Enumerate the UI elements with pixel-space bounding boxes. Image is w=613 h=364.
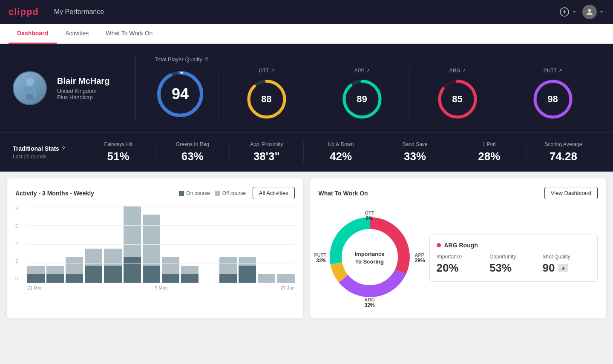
legend-on-course: On course <box>179 190 210 196</box>
traditional-stats: Traditional Stats ? Last 20 rounds Fairw… <box>0 132 613 172</box>
donut-center-text: ImportanceTo Scoring <box>354 250 384 266</box>
y-label-4: 4 <box>15 241 18 246</box>
app-label: APP 28% <box>414 252 425 264</box>
stat-sandsave: Sand Save 33% <box>378 141 452 163</box>
bar-group-7 <box>162 206 179 283</box>
svg-rect-6 <box>26 95 29 100</box>
trad-stats-label: Traditional Stats ? Last 20 rounds <box>13 145 81 160</box>
y-axis: 8 6 4 2 0 <box>15 206 18 283</box>
arg-arrow-icon: ↗ <box>462 68 466 73</box>
bar-top-2 <box>66 257 83 274</box>
bar-bot-6 <box>143 266 160 283</box>
svg-rect-7 <box>30 95 33 100</box>
gauge-ott: OTT ↗ 88 <box>219 68 314 120</box>
tab-what-to-work-on[interactable]: What To Work On <box>97 24 161 44</box>
bar-bot-7 <box>162 274 179 283</box>
putt-value: 98 <box>547 94 558 105</box>
bar-top-0 <box>27 266 45 274</box>
svg-point-3 <box>588 9 591 12</box>
shot-quality-badge: ▲ <box>558 264 568 272</box>
bar-top-3 <box>85 249 102 266</box>
bar-group-11 <box>239 206 256 283</box>
bar-top-1 <box>46 266 64 274</box>
bottom-section: Activity - 3 Months - Weekly On course O… <box>0 172 613 325</box>
gauge-putt-label: PUTT ↗ <box>544 68 562 74</box>
y-label-6: 6 <box>15 224 18 229</box>
y-label-2: 2 <box>15 258 18 264</box>
arg-value: 85 <box>452 94 462 105</box>
bar-top-4 <box>104 249 121 266</box>
bar-group-10 <box>219 206 237 283</box>
app-value: 89 <box>357 94 367 105</box>
bar-top-12 <box>258 274 275 283</box>
bar-group-13 <box>277 206 294 283</box>
chart-legend: On course Off course <box>179 190 246 196</box>
app-arrow-icon: ↗ <box>366 68 370 73</box>
quality-gauges-row: 94 OTT ↗ 88 <box>146 68 600 120</box>
bar-top-10 <box>219 257 237 274</box>
x-label-mar: 21 Mar <box>27 285 42 290</box>
bar-group-5 <box>124 206 141 283</box>
stat-fairways: Fairways Hit 51% <box>81 141 155 163</box>
stat-proximity: App. Proximity 38'3" <box>229 141 303 163</box>
stat-updown: Up & Down 42% <box>303 141 377 163</box>
bar-group-4 <box>104 206 121 283</box>
all-activities-button[interactable]: All Activities <box>253 187 295 199</box>
work-content: ImportanceTo Scoring OTT 8% APP 28% ARG … <box>319 206 598 310</box>
ott-arrow-icon: ↗ <box>271 68 274 73</box>
chart-header: Activity - 3 Months - Weekly On course O… <box>15 187 295 199</box>
tab-activities[interactable]: Activities <box>57 24 97 44</box>
trad-stats-help-icon[interactable]: ? <box>62 145 65 152</box>
info-stats: Importance 20% Opportunity 53% Shot Qual… <box>437 254 591 275</box>
ott-label: OTT 8% <box>365 210 374 221</box>
stat-oneputt: 1 Putt 28% <box>452 141 526 163</box>
header-left: clippd My Performance <box>9 6 104 17</box>
add-icon[interactable] <box>559 7 577 17</box>
bar-top-13 <box>277 274 294 283</box>
legend-off-course: Off course <box>215 190 246 196</box>
donut-center: ImportanceTo Scoring <box>354 250 384 266</box>
x-label-jun: 27 Jun <box>280 285 294 290</box>
gauge-app: APP ↗ 89 <box>314 68 409 120</box>
divider <box>135 54 136 122</box>
header-title: My Performance <box>54 8 104 16</box>
bar-bot-3 <box>85 266 102 283</box>
player-info: Blair McHarg United Kingdom Plus Handica… <box>57 76 125 100</box>
gauge-app-label: APP ↗ <box>354 68 369 74</box>
bar-group-0 <box>27 206 45 283</box>
arg-label: ARG 32% <box>364 297 374 308</box>
bar-chart-area: 8 6 4 2 0 21 Mar 9 May 27 Jun <box>15 206 295 290</box>
red-dot-icon <box>437 243 441 247</box>
bar-top-11 <box>239 257 256 266</box>
trad-stats-title: Traditional Stats ? <box>13 145 81 152</box>
player-name: Blair McHarg <box>57 76 125 86</box>
bar-bot-4 <box>104 266 121 283</box>
bar-group-2 <box>66 206 83 283</box>
bar-top-7 <box>162 257 179 274</box>
info-card: ARG Rough Importance 20% Opportunity 53%… <box>429 235 598 282</box>
gauge-putt: PUTT ↗ 98 <box>505 68 600 120</box>
stats-hero: Blair McHarg United Kingdom Plus Handica… <box>0 44 613 132</box>
y-label-8: 8 <box>15 206 18 211</box>
work-title: What To Work On <box>319 190 368 197</box>
bar-bot-0 <box>27 274 45 283</box>
tab-dashboard[interactable]: Dashboard <box>9 24 57 44</box>
svg-point-4 <box>26 77 35 86</box>
user-avatar[interactable] <box>582 5 604 19</box>
chart-title: Activity - 3 Months - Weekly <box>15 190 94 197</box>
x-axis: 21 Mar 9 May 27 Jun <box>27 283 295 290</box>
work-header: What To Work On View Dashboard <box>319 187 598 199</box>
bar-top-8 <box>181 266 199 274</box>
player-country: United Kingdom <box>57 88 125 94</box>
donut-chart-wrap: ImportanceTo Scoring OTT 8% APP 28% ARG … <box>319 206 421 310</box>
logo[interactable]: clippd <box>9 6 39 17</box>
bar-group-9 <box>200 206 218 283</box>
view-dashboard-button[interactable]: View Dashboard <box>544 187 598 199</box>
header: clippd My Performance <box>0 0 613 24</box>
info-stat-opportunity: Opportunity 53% <box>489 254 538 275</box>
chart-controls: On course Off course All Activities <box>179 187 294 199</box>
bar-group-1 <box>46 206 64 283</box>
off-course-dot <box>215 191 220 196</box>
quality-help-icon[interactable]: ? <box>205 56 208 63</box>
activity-chart-card: Activity - 3 Months - Weekly On course O… <box>7 178 303 318</box>
